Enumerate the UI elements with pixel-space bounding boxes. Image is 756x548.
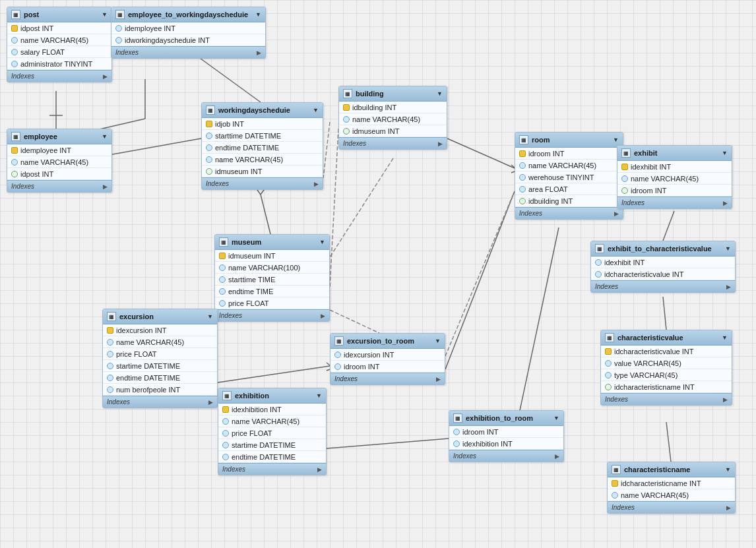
field-name: werehouse TINYINT (528, 173, 594, 181)
field-icon (219, 300, 226, 307)
dropdown-arrow-icon[interactable]: ▼ (207, 313, 213, 320)
indexes-row[interactable]: Indexes▶ (7, 70, 111, 82)
indexes-expand-icon[interactable]: ▶ (103, 183, 108, 190)
svg-line-14 (323, 122, 330, 178)
table-header-museum[interactable]: ▦museum▼ (215, 235, 329, 250)
indexes-expand-icon[interactable]: ▶ (317, 466, 322, 473)
dropdown-arrow-icon[interactable]: ▼ (725, 466, 731, 473)
indexes-expand-icon[interactable]: ▶ (723, 396, 728, 403)
table-header-employee[interactable]: ▦employee▼ (7, 129, 111, 144)
table-row: endtime DATETIME (218, 451, 326, 463)
table-header-exhibit[interactable]: ▦exhibit▼ (617, 146, 732, 161)
table-icon: ▦ (219, 237, 228, 247)
table-header-excursion_to_room[interactable]: ▦excursion_to_room▼ (331, 334, 445, 349)
dropdown-arrow-icon[interactable]: ▼ (255, 11, 261, 18)
table-row: startime DATETIME (218, 439, 326, 451)
dropdown-arrow-icon[interactable]: ▼ (435, 338, 441, 344)
dropdown-arrow-icon[interactable]: ▼ (722, 334, 728, 341)
indexes-expand-icon[interactable]: ▶ (723, 200, 728, 206)
indexes-expand-icon[interactable]: ▶ (436, 376, 441, 382)
indexes-expand-icon[interactable]: ▶ (257, 49, 261, 56)
table-name: employee_to_workingdayscheduie (128, 11, 252, 18)
table-header-room[interactable]: ▦room▼ (515, 133, 623, 148)
field-icon (11, 61, 18, 67)
indexes-expand-icon[interactable]: ▶ (555, 453, 559, 460)
table-row: idroom INT (515, 148, 623, 160)
indexes-row[interactable]: Indexes▶ (591, 280, 735, 292)
indexes-label: Indexes (206, 180, 229, 187)
table-row: endtime DATETIME (103, 372, 217, 384)
table-icon: ▦ (222, 391, 232, 400)
indexes-expand-icon[interactable]: ▶ (208, 399, 213, 406)
table-row: werehouse TINYINT (515, 171, 623, 183)
table-icon: ▦ (612, 465, 621, 474)
indexes-expand-icon[interactable]: ▶ (314, 181, 319, 187)
table-fields-employee_to_workingdayscheduie: idemployee INTidworkingdayscheduie INT (111, 22, 265, 46)
table-row: idroom INT (617, 185, 732, 197)
table-fields-room: idroom INTname VARCHAR(45)werehouse TINY… (515, 148, 623, 207)
table-header-exhibition_to_room[interactable]: ▦exhibition_to_room▼ (449, 411, 563, 426)
field-name: idexhibit INT (604, 259, 645, 266)
field-icon (11, 49, 18, 55)
indexes-row[interactable]: Indexes▶ (515, 207, 623, 219)
table-header-post[interactable]: ▦post▼ (7, 7, 111, 22)
dropdown-arrow-icon[interactable]: ▼ (319, 239, 325, 245)
dropdown-arrow-icon[interactable]: ▼ (313, 107, 319, 113)
indexes-expand-icon[interactable]: ▶ (614, 210, 619, 217)
table-name: building (356, 90, 433, 98)
dropdown-arrow-icon[interactable]: ▼ (437, 90, 443, 97)
table-row: idcharacteristicvalue INT (601, 346, 732, 357)
dropdown-arrow-icon[interactable]: ▼ (102, 11, 108, 18)
dropdown-arrow-icon[interactable]: ▼ (102, 133, 108, 140)
table-row: price FLOAT (103, 348, 217, 360)
dropdown-arrow-icon[interactable]: ▼ (722, 150, 728, 156)
dropdown-arrow-icon[interactable]: ▼ (725, 245, 731, 252)
indexes-expand-icon[interactable]: ▶ (726, 284, 731, 290)
indexes-row[interactable]: Indexes▶ (7, 180, 111, 192)
table-header-characteristicname[interactable]: ▦characteristicname▼ (608, 462, 735, 477)
indexes-row[interactable]: Indexes▶ (608, 501, 735, 513)
fk-icon (605, 384, 612, 390)
field-name: endtime TIME (228, 288, 273, 295)
table-header-characteristicvalue[interactable]: ▦characteristicvalue▼ (601, 330, 732, 346)
field-icon (519, 162, 526, 169)
indexes-row[interactable]: Indexes▶ (111, 46, 265, 58)
table-header-building[interactable]: ▦building▼ (339, 86, 447, 102)
table-fields-post: idpost INTname VARCHAR(45)salary FLOATad… (7, 22, 111, 70)
dropdown-arrow-icon[interactable]: ▼ (553, 415, 559, 421)
table-row: name VARCHAR(45) (339, 113, 447, 125)
indexes-expand-icon[interactable]: ▶ (321, 313, 325, 319)
field-name: idcharacteristicvalue INT (614, 348, 693, 355)
table-header-employee_to_workingdayscheduie[interactable]: ▦employee_to_workingdayscheduie▼ (111, 7, 265, 22)
table-header-workingdayscheduie[interactable]: ▦workingdayscheduie▼ (202, 103, 323, 118)
indexes-label: Indexes (453, 452, 476, 460)
indexes-expand-icon[interactable]: ▶ (726, 504, 731, 511)
field-name: idexhibition INT (462, 440, 513, 448)
indexes-row[interactable]: Indexes▶ (339, 137, 447, 149)
indexes-row[interactable]: Indexes▶ (202, 177, 323, 189)
indexes-row[interactable]: Indexes▶ (617, 197, 732, 208)
table-icon: ▦ (11, 10, 20, 19)
field-icon (206, 144, 212, 151)
table-row: name VARCHAR(45) (202, 154, 323, 166)
indexes-row[interactable]: Indexes▶ (103, 396, 217, 408)
table-header-exhibition[interactable]: ▦exhibition▼ (218, 388, 326, 404)
indexes-row[interactable]: Indexes▶ (215, 309, 329, 321)
table-row: idbuilding INT (515, 195, 623, 207)
field-name: idemployee INT (20, 146, 71, 154)
table-row: idexcursion INT (331, 349, 445, 361)
indexes-row[interactable]: Indexes▶ (331, 373, 445, 384)
indexes-expand-icon[interactable]: ▶ (103, 73, 108, 80)
indexes-row[interactable]: Indexes▶ (449, 450, 563, 462)
dropdown-arrow-icon[interactable]: ▼ (613, 137, 619, 143)
indexes-row[interactable]: Indexes▶ (218, 463, 326, 475)
field-icon (219, 264, 226, 271)
indexes-expand-icon[interactable]: ▶ (438, 140, 443, 147)
indexes-row[interactable]: Indexes▶ (601, 393, 732, 405)
table-header-exhibit_to_characteristicvalue[interactable]: ▦exhibit_to_characteristicvalue▼ (591, 241, 735, 257)
dropdown-arrow-icon[interactable]: ▼ (316, 392, 322, 399)
table-header-excursion[interactable]: ▦excursion▼ (103, 309, 217, 324)
field-name: idpost INT (20, 24, 53, 32)
table-row: idpost INT (7, 22, 111, 34)
field-name: endtime DATETIME (215, 144, 279, 152)
